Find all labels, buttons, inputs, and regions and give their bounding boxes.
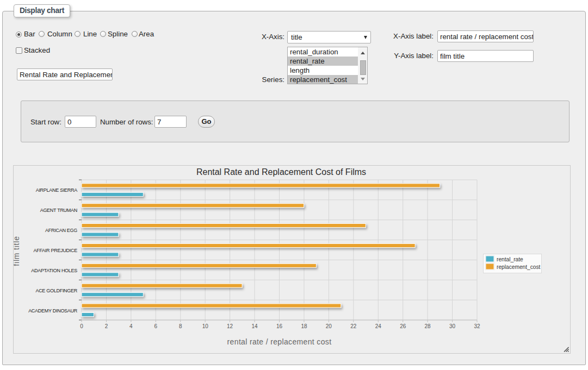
svg-text:26: 26 [400,323,406,329]
svg-text:ACADEMY DINOSAUR: ACADEMY DINOSAUR [28,308,78,313]
svg-text:28: 28 [425,323,431,329]
svg-text:2: 2 [105,323,108,329]
svg-text:ACE GOLDFINGER: ACE GOLDFINGER [35,288,77,293]
svg-text:AIRPLANE SIERRA: AIRPLANE SIERRA [36,187,78,193]
svg-text:12: 12 [227,323,233,329]
svg-text:replacement_cost: replacement_cost [497,264,541,270]
svg-text:AGENT TRUMAN: AGENT TRUMAN [40,208,77,213]
svg-text:32: 32 [474,323,480,329]
svg-text:ADAPTATION HOLES: ADAPTATION HOLES [31,268,77,273]
svg-text:AFRICAN EGG: AFRICAN EGG [45,228,77,233]
svg-text:Rental Rate and Replacement Co: Rental Rate and Replacement Cost of Film… [196,167,366,177]
svg-text:14: 14 [251,323,258,329]
svg-text:18: 18 [301,323,307,329]
svg-text:8: 8 [179,323,182,329]
svg-text:20: 20 [326,323,332,329]
svg-text:24: 24 [375,323,382,329]
svg-text:4: 4 [129,323,133,329]
svg-text:film title: film title [14,236,21,266]
svg-text:rental rate / replacement cost: rental rate / replacement cost [227,337,332,346]
svg-text:16: 16 [276,323,283,329]
svg-text:6: 6 [154,323,158,329]
svg-text:30: 30 [449,323,456,329]
svg-text:AFFAIR PREJUDICE: AFFAIR PREJUDICE [33,248,77,253]
svg-text:rental_rate: rental_rate [497,256,523,262]
svg-text:0: 0 [80,323,83,329]
svg-text:10: 10 [202,323,209,329]
svg-text:22: 22 [350,323,357,329]
